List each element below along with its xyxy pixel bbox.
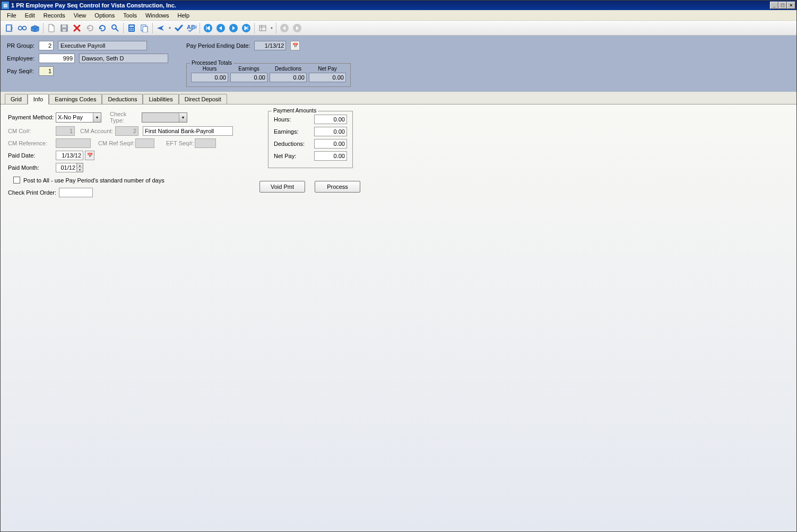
search-icon[interactable] (109, 22, 121, 34)
save-icon[interactable] (58, 22, 70, 34)
tab-deductions[interactable]: Deductions (102, 94, 143, 104)
calendar-icon[interactable]: 📅 (85, 151, 94, 160)
payment-amounts-legend: Payment Amounts (272, 108, 318, 114)
svg-line-8 (116, 29, 118, 31)
menu-help[interactable]: Help (174, 11, 194, 20)
svg-rect-10 (129, 25, 134, 27)
calculator-icon[interactable] (126, 22, 137, 34)
svg-rect-12 (131, 28, 132, 29)
pa-earnings-label: Earnings: (274, 128, 298, 135)
menu-options[interactable]: Options (90, 11, 119, 20)
send-dropdown-icon[interactable]: ▼ (168, 27, 172, 30)
action-buttons: Void Pmt Process (259, 181, 360, 193)
paid-month-input[interactable] (56, 163, 76, 172)
new-record-icon[interactable] (4, 22, 15, 34)
paid-month-label: Paid Month: (8, 164, 56, 171)
close-button[interactable]: × (787, 2, 795, 9)
pt-deductions-value: 0.00 (270, 73, 307, 82)
tab-earnings-codes[interactable]: Earnings Codes (49, 94, 102, 104)
cm-reference-label: CM Reference: (8, 140, 56, 146)
glasses-icon[interactable] (16, 22, 28, 34)
void-pmt-button[interactable]: Void Pmt (259, 181, 305, 193)
window-controls: _ □ × (770, 2, 795, 9)
menu-tools[interactable]: Tools (119, 11, 141, 20)
svg-point-2 (23, 26, 27, 30)
paid-month-spinner[interactable]: ▲▼ (76, 163, 83, 172)
payment-method-value: X-No Pay (58, 114, 83, 120)
pt-hours-value: 0.00 (191, 73, 228, 82)
new-document-icon[interactable] (46, 22, 57, 34)
paid-date-label: Paid Date: (8, 152, 56, 159)
pa-deductions-label: Deductions: (274, 141, 305, 147)
menu-records[interactable]: Records (39, 11, 70, 20)
pr-group-label: PR Group: (7, 42, 39, 49)
check-print-order-input[interactable] (59, 188, 93, 197)
pr-group-input[interactable] (39, 41, 54, 50)
next-record-icon[interactable] (228, 22, 239, 34)
svg-point-7 (112, 25, 116, 29)
eft-seq-input (195, 138, 216, 148)
post-to-all-checkbox[interactable] (13, 177, 20, 184)
cm-co-label: CM Co#: (8, 128, 56, 134)
undo-icon[interactable] (84, 22, 96, 34)
pt-hours-label: Hours (191, 66, 228, 72)
cm-account-label: CM Account: (80, 128, 115, 134)
calendar-icon[interactable]: 📅 (290, 41, 300, 50)
processed-totals-legend: Processed Totals (190, 60, 233, 66)
spellcheck-icon[interactable]: ABC (186, 22, 197, 34)
menu-edit[interactable]: Edit (21, 11, 39, 20)
pay-seq-input[interactable] (39, 66, 54, 76)
menu-windows[interactable]: Windows (141, 11, 174, 20)
cm-ref-seq-label: CM Ref Seq#: (98, 140, 135, 146)
prev-gray-icon[interactable] (279, 22, 290, 34)
post-to-all-label: Post to All - use Pay Period's standard … (23, 177, 164, 184)
processed-totals-group: Processed Totals Hours Earnings Deductio… (186, 63, 351, 87)
filter-icon[interactable] (257, 22, 268, 34)
cm-reference-input (56, 138, 91, 148)
delete-icon[interactable] (71, 22, 83, 34)
pt-netpay-label: Net Pay (309, 66, 346, 72)
filter-dropdown-icon[interactable]: ▼ (270, 27, 274, 30)
last-record-icon[interactable] (240, 22, 252, 34)
pt-earnings-value: 0.00 (230, 73, 267, 82)
minimize-button[interactable]: _ (770, 2, 778, 9)
svg-rect-16 (133, 30, 134, 31)
check-icon[interactable] (173, 22, 185, 34)
svg-rect-15 (131, 30, 132, 31)
check-type-label: Check Type: (110, 111, 142, 124)
prev-record-icon[interactable] (215, 22, 227, 34)
menu-file[interactable]: File (3, 11, 21, 20)
employee-name (79, 54, 168, 63)
refresh-icon[interactable] (97, 22, 108, 34)
cm-account-input (115, 126, 138, 136)
first-record-icon[interactable] (202, 22, 214, 34)
process-button[interactable]: Process (315, 181, 360, 193)
menubar: File Edit Records View Options Tools Win… (1, 10, 796, 21)
pa-hours-label: Hours: (274, 116, 291, 123)
copy-icon[interactable] (138, 22, 150, 34)
svg-rect-5 (62, 25, 66, 28)
tab-grid[interactable]: Grid (5, 94, 28, 104)
maximize-button[interactable]: □ (778, 2, 787, 9)
svg-text:ABC: ABC (187, 24, 196, 30)
paid-date-input[interactable] (56, 151, 83, 160)
payment-method-dropdown[interactable]: X-No Pay ▼ (56, 112, 101, 123)
chevron-down-icon: ▼ (93, 113, 101, 122)
box-icon[interactable] (29, 22, 41, 34)
tab-info[interactable]: Info (28, 94, 49, 104)
svg-rect-18 (143, 27, 148, 32)
send-icon[interactable] (155, 22, 167, 34)
tab-liabilities[interactable]: Liabilities (143, 94, 178, 104)
menu-view[interactable]: View (70, 11, 91, 20)
titlebar: ▦ 1 PR Employee Pay Seq Control for Vist… (1, 1, 796, 10)
svg-point-1 (19, 26, 22, 30)
header-panel: PR Group: Employee: Pay Seq#: Pay Period… (1, 36, 796, 92)
tab-direct-deposit[interactable]: Direct Deposit (179, 94, 227, 104)
svg-rect-14 (129, 30, 131, 31)
svg-rect-24 (259, 25, 266, 31)
payment-amounts-group: Payment Amounts Hours:0.00 Earnings:0.00… (268, 111, 353, 168)
pay-period-input[interactable] (254, 41, 286, 50)
next-gray-icon[interactable] (291, 22, 303, 34)
pt-earnings-label: Earnings (230, 66, 267, 72)
employee-input[interactable] (39, 54, 75, 63)
